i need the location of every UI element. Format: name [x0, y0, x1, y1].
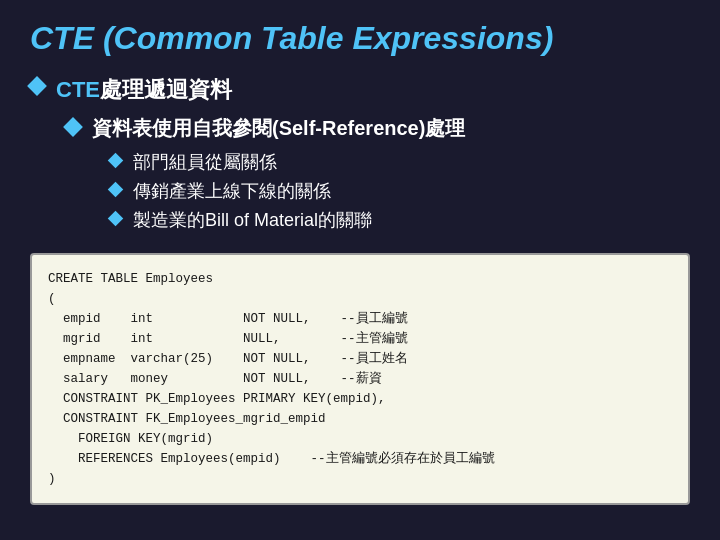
page-container: CTE (Common Table Expressions) CTE處理遞迴資料… [30, 20, 690, 505]
diamond-icon-l1 [27, 76, 47, 96]
page-title: CTE (Common Table Expressions) [30, 20, 690, 57]
level1-bullet: CTE處理遞迴資料 [30, 75, 690, 105]
level3-text-2: 製造業的Bill of Material的關聯 [133, 208, 372, 232]
content-section: CTE處理遞迴資料 資料表使用自我參閱(Self-Reference)處理 部門… [30, 75, 690, 505]
level2-bullet-0: 資料表使用自我參閱(Self-Reference)處理 [66, 115, 690, 142]
level3-bullet-1: 傳銷產業上線下線的關係 [110, 179, 690, 203]
level3-text-0: 部門組員從屬關係 [133, 150, 277, 174]
level1-suffix: 處理遞迴資料 [100, 77, 232, 102]
level3-bullet-0: 部門組員從屬關係 [110, 150, 690, 174]
level3-text-1: 傳銷產業上線下線的關係 [133, 179, 331, 203]
diamond-icon-l3-1 [108, 182, 124, 198]
level3-bullet-2: 製造業的Bill of Material的關聯 [110, 208, 690, 232]
diamond-icon-l2-0 [63, 117, 83, 137]
diamond-icon-l3-2 [108, 211, 124, 227]
code-block: CREATE TABLE Employees ( empid int NOT N… [30, 253, 690, 505]
level1-text: CTE處理遞迴資料 [56, 75, 232, 105]
level2-text-0: 資料表使用自我參閱(Self-Reference)處理 [92, 115, 465, 142]
diamond-icon-l3-0 [108, 153, 124, 169]
cte-label: CTE [56, 77, 100, 102]
